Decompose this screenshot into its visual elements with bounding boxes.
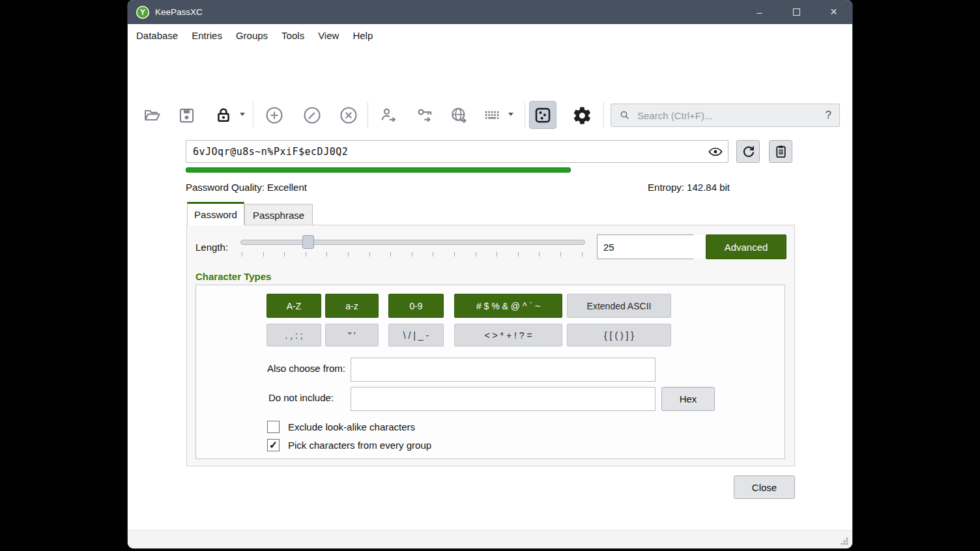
charset-extended-ascii-button[interactable]: Extended ASCII xyxy=(567,294,671,318)
toolbar-separator xyxy=(253,102,253,128)
save-icon xyxy=(178,107,195,124)
edit-entry-button[interactable] xyxy=(300,104,324,127)
x-circle-icon xyxy=(339,106,358,125)
charset-numbers-button[interactable]: 0-9 xyxy=(388,294,444,318)
copy-password-button[interactable] xyxy=(413,104,437,127)
tab-password[interactable]: Password xyxy=(187,202,244,225)
maximize-icon xyxy=(793,8,800,16)
search-box[interactable]: ? xyxy=(611,104,840,127)
dice-icon xyxy=(533,106,553,125)
minimize-button[interactable]: – xyxy=(741,0,778,24)
open-folder-icon xyxy=(143,106,161,124)
charset-lowercase-button[interactable]: a-z xyxy=(325,294,379,318)
length-slider-handle[interactable] xyxy=(302,235,314,249)
menu-help[interactable]: Help xyxy=(353,27,373,44)
close-button[interactable]: Close xyxy=(734,475,795,499)
password-quality-bar xyxy=(186,167,728,173)
also-choose-from-field xyxy=(351,358,656,382)
length-label: Length: xyxy=(195,242,228,253)
charset-math-button[interactable]: < > * + ! ? = xyxy=(454,324,562,346)
toolbar: ? xyxy=(128,47,852,90)
titlebar: Y KeePassXC – × xyxy=(128,0,852,24)
password-generator-button[interactable] xyxy=(529,101,556,129)
open-database-button[interactable] xyxy=(140,104,164,127)
character-types-label: Character Types xyxy=(195,271,271,282)
save-database-button[interactable] xyxy=(175,104,198,127)
copy-username-button[interactable] xyxy=(377,104,400,127)
globe-arrow-icon xyxy=(450,106,468,125)
close-icon: × xyxy=(830,5,837,19)
statusbar xyxy=(128,530,852,548)
menu-database[interactable]: Database xyxy=(136,27,178,44)
keepassxc-logo-icon: Y xyxy=(136,6,149,19)
open-url-button[interactable] xyxy=(447,104,470,127)
also-choose-from-label: Also choose from: xyxy=(202,363,345,374)
do-not-include-label: Do not include: xyxy=(202,392,334,403)
search-icon xyxy=(619,109,631,121)
autotype-button[interactable] xyxy=(481,104,504,127)
lock-icon xyxy=(214,106,233,124)
resize-grip[interactable] xyxy=(840,537,849,546)
pick-every-group-checkbox[interactable]: ✓ xyxy=(267,439,280,451)
lock-database-button[interactable] xyxy=(212,104,235,127)
toolbar-separator xyxy=(525,102,525,128)
do-not-include-input[interactable] xyxy=(351,388,655,410)
checkmark-icon: ✓ xyxy=(269,440,278,451)
password-quality-label: Password Quality: Excellent xyxy=(186,182,307,193)
pick-every-group-label: Pick characters from every group xyxy=(288,440,431,451)
exclude-lookalike-label: Exclude look-alike characters xyxy=(288,421,415,432)
keepassxc-window: Y KeePassXC – × Database Entries Groups … xyxy=(128,0,852,548)
copy-to-clipboard-button[interactable] xyxy=(769,140,792,163)
toolbar-separator xyxy=(368,102,368,128)
add-entry-button[interactable] xyxy=(263,104,286,127)
toolbar-separator xyxy=(603,102,604,128)
password-quality-fill xyxy=(186,167,571,173)
eye-icon xyxy=(708,144,723,160)
clipboard-icon xyxy=(773,144,788,159)
character-types-groupbox: A-Z a-z 0-9 # $ % & @ ^ ` ~ Extended ASC… xyxy=(195,285,785,459)
length-spinbox: ▲ ▼ xyxy=(597,234,693,259)
maximize-button[interactable] xyxy=(778,0,815,24)
entropy-label: Entropy: 142.84 bit xyxy=(648,182,730,193)
charset-quotes-button[interactable]: " ' xyxy=(325,324,379,346)
menu-view[interactable]: View xyxy=(318,27,339,44)
tab-passphrase[interactable]: Passphrase xyxy=(244,204,313,225)
settings-button[interactable] xyxy=(570,104,594,127)
length-slider-track[interactable] xyxy=(240,240,585,245)
generated-password-field-wrap xyxy=(186,140,728,163)
key-arrow-icon xyxy=(416,106,435,125)
search-input[interactable] xyxy=(637,110,820,121)
gear-icon xyxy=(572,106,592,126)
menubar: Database Entries Groups Tools View Help xyxy=(128,24,852,47)
charset-dashes-button[interactable]: \ / | _ - xyxy=(388,324,444,346)
hex-button[interactable]: Hex xyxy=(661,387,715,411)
also-choose-from-input[interactable] xyxy=(351,358,655,381)
close-window-button[interactable]: × xyxy=(815,0,852,24)
password-generator-panel: Length: ▲ ▼ Advanced Character Types A-Z… xyxy=(186,225,795,466)
regenerate-password-button[interactable] xyxy=(736,140,760,163)
charset-punctuation-button[interactable]: . , : ; xyxy=(267,324,321,346)
keyboard-icon xyxy=(483,106,502,125)
lock-dropdown-caret-icon[interactable] xyxy=(240,113,245,116)
menu-groups[interactable]: Groups xyxy=(236,27,268,44)
menu-entries[interactable]: Entries xyxy=(192,27,222,44)
charset-uppercase-button[interactable]: A-Z xyxy=(267,294,321,318)
window-title: KeePassXC xyxy=(155,7,203,17)
search-help-icon[interactable]: ? xyxy=(826,109,831,122)
refresh-icon xyxy=(741,144,756,159)
toggle-password-visibility-button[interactable] xyxy=(708,144,723,160)
length-slider[interactable] xyxy=(240,235,585,249)
menu-tools[interactable]: Tools xyxy=(281,27,304,44)
charset-special-button[interactable]: # $ % & @ ^ ` ~ xyxy=(454,294,562,318)
pencil-circle-icon xyxy=(302,106,322,125)
advanced-button[interactable]: Advanced xyxy=(706,234,786,259)
minimize-icon: – xyxy=(757,7,762,18)
plus-circle-icon xyxy=(265,106,284,125)
exclude-lookalike-checkbox[interactable] xyxy=(267,421,280,433)
charset-braces-button[interactable]: { [ ( ) ] } xyxy=(567,324,671,346)
autotype-dropdown-caret-icon[interactable] xyxy=(508,113,513,116)
do-not-include-field xyxy=(351,387,656,411)
delete-entry-button[interactable] xyxy=(337,104,360,127)
length-slider-ticks xyxy=(242,252,583,257)
generated-password-input[interactable] xyxy=(186,140,728,163)
